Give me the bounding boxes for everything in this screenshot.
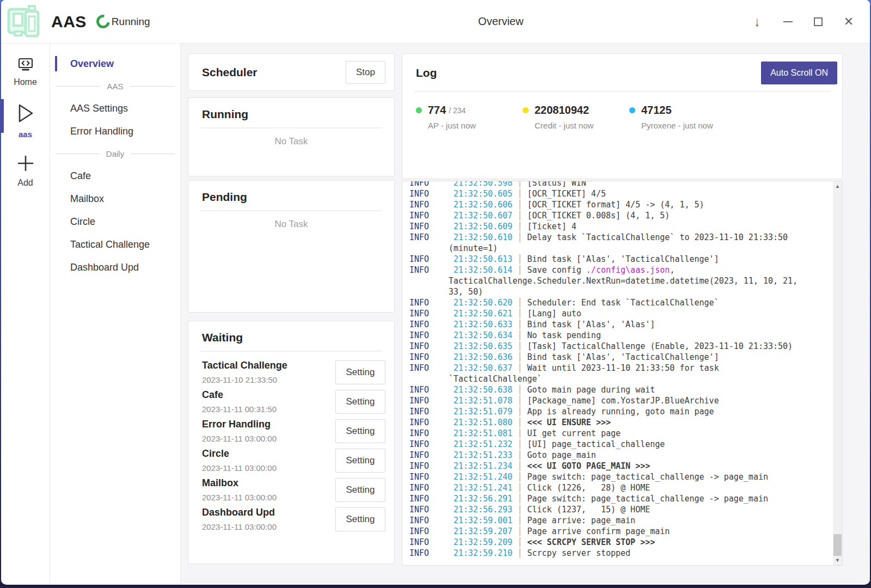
waiting-task-next-run: 2023-11-11 03:00:00	[202, 434, 277, 443]
log-entry: INFO21:32:50.605 │ [OCR_TICKET] 4/5	[409, 188, 816, 199]
log-separator: │	[512, 254, 527, 264]
maximize-button[interactable]	[809, 13, 827, 31]
stat-label: Pyroxene - just now	[641, 121, 736, 130]
waiting-task-next-run: 2023-11-11 00:31:50	[202, 405, 277, 414]
log-level: INFO	[409, 297, 453, 308]
log-level: INFO	[409, 461, 453, 471]
log-message: UI get current page	[527, 428, 621, 438]
sidebar-item-mailbox[interactable]: Mailbox	[50, 187, 180, 210]
log-entry: INFO21:32:50.614 │ Save config ./config\…	[409, 265, 816, 297]
waiting-task-row: Tactical Challenge2023-11-10 21:33:50Set…	[202, 360, 385, 384]
log-entry: INFO21:32:51.240 │ Page switch: page_tac…	[409, 471, 816, 482]
log-time: 21:32:56.293	[453, 505, 512, 514]
close-button[interactable]: ✕	[839, 13, 858, 31]
log-separator: │	[512, 341, 527, 351]
setting-button[interactable]: Setting	[335, 390, 385, 414]
log-level: INFO	[409, 341, 453, 352]
log-time: 21:32:51.080	[453, 418, 512, 427]
log-level: INFO	[409, 417, 453, 428]
running-card: Running No Task	[188, 97, 395, 176]
log-time: 21:32:51.232	[453, 439, 512, 449]
log-message: Bind task ['Alas', 'TacticalChallenge']	[527, 352, 719, 362]
log-separator: │	[512, 428, 527, 438]
log-separator: │	[512, 309, 527, 318]
log-message: Save config	[527, 265, 586, 275]
waiting-task-row: Circle2023-11-11 03:00:00Setting	[202, 448, 385, 473]
scroll-up-icon[interactable]: ▲	[833, 182, 842, 191]
rail-item-home[interactable]: Home	[1, 53, 50, 94]
pending-card: Pending No Task	[188, 180, 395, 313]
maximize-icon	[814, 17, 823, 26]
log-time: 21:32:51.234	[453, 461, 512, 471]
sidebar-item-aas-settings[interactable]: AAS Settings	[50, 97, 180, 120]
log-entry: INFO21:32:51.078 │ [Package_name] com.Yo…	[409, 395, 816, 406]
sidebar-item-circle[interactable]: Circle	[50, 210, 180, 233]
nav-rail: HomeaasAdd	[1, 44, 50, 584]
stat-item: 774/ 234AP - just now	[416, 104, 523, 130]
log-time: 21:32:59.001	[453, 516, 512, 525]
log-message: <<< SCRCPY SERVER STOP >>>	[527, 537, 655, 547]
auto-scroll-button[interactable]: Auto Scroll ON	[761, 62, 837, 84]
log-time: 21:32:50.635	[453, 341, 512, 351]
rail-item-aas[interactable]: aas	[1, 98, 50, 145]
log-level: INFO	[409, 308, 453, 319]
log-column: Log Auto Scroll ON 774/ 234AP - just now…	[402, 53, 843, 584]
log-level: INFO	[409, 537, 453, 548]
sidebar-item-dashboard-upd[interactable]: Dashboard Upd	[50, 256, 180, 279]
scroll-down-icon[interactable]: ▼	[833, 556, 842, 565]
log-separator: │	[512, 526, 527, 536]
play-icon	[16, 102, 35, 126]
log-separator: │	[512, 363, 527, 373]
section-label: AAS	[107, 82, 124, 91]
log-separator: │	[512, 232, 527, 242]
scrollbar-thumb[interactable]	[833, 534, 842, 556]
log-console[interactable]: INFO21:32:50.598 │ [Status] WININFO21:32…	[402, 181, 843, 566]
log-level: INFO	[409, 188, 453, 199]
log-time: 21:32:50.610	[453, 232, 512, 242]
setting-button[interactable]: Setting	[335, 478, 385, 502]
dropdown-arrow-button[interactable]: ↓	[748, 13, 766, 31]
minimize-button[interactable]	[778, 13, 797, 31]
log-time: 21:32:50.613	[453, 254, 512, 264]
sidebar-item-error-handling[interactable]: Error Handling	[50, 120, 180, 143]
sidebar-item-cafe[interactable]: Cafe	[50, 164, 180, 187]
titlebar: AAS Running Overview ↓ ✕	[1, 0, 870, 44]
log-message: Bind task ['Alas', 'TacticalChallenge']	[527, 254, 719, 264]
waiting-task-name: Cafe	[202, 389, 277, 401]
log-entry: INFO21:32:50.621 │ [Lang] auto	[409, 308, 816, 319]
log-time: 21:32:50.607	[453, 211, 512, 220]
close-icon: ✕	[844, 15, 854, 29]
log-message: Scrcpy server stopped	[527, 548, 630, 558]
stat-top: 220810942	[523, 104, 629, 117]
waiting-task-next-run: 2023-11-11 03:00:00	[202, 522, 277, 531]
log-entry: INFO21:32:50.634 │ No task pending	[409, 330, 816, 341]
log-scrollbar[interactable]: ▲ ▼	[833, 181, 842, 565]
rail-item-add[interactable]: Add	[1, 150, 50, 194]
sidebar-item-tactical-challenge[interactable]: Tactical Challenge	[50, 233, 180, 256]
setting-button[interactable]: Setting	[335, 449, 385, 473]
waiting-task-name: Dashboard Upd	[202, 507, 277, 518]
sidebar-item-overview[interactable]: Overview	[50, 52, 180, 75]
log-entry: INFO21:32:50.638 │ Goto main page during…	[409, 384, 816, 395]
app-name: AAS	[51, 13, 87, 31]
log-level: INFO	[409, 384, 453, 395]
app-window: AAS Running Overview ↓ ✕ HomeaasAdd Over…	[1, 0, 870, 585]
setting-button[interactable]: Setting	[335, 360, 385, 384]
divider-line	[56, 154, 100, 154]
log-separator: │	[512, 407, 527, 416]
stop-button[interactable]: Stop	[346, 61, 385, 84]
stat-item: 220810942Credit - just now	[523, 104, 629, 130]
waiting-task-info: Cafe2023-11-11 00:31:50	[202, 389, 277, 414]
stat-top: 47125	[629, 104, 736, 117]
log-entry: INFO21:32:51.080 │ <<< UI ENSURE >>>	[409, 417, 816, 428]
page-title: Overview	[478, 15, 523, 28]
setting-button[interactable]: Setting	[335, 419, 385, 443]
waiting-task-info: Tactical Challenge2023-11-10 21:33:50	[202, 360, 287, 384]
log-level: INFO	[409, 363, 453, 373]
setting-button[interactable]: Setting	[335, 507, 385, 531]
stat-dot-icon	[416, 107, 422, 113]
log-entry: INFO21:32:50.633 │ Bind task ['Alas', 'A…	[409, 319, 816, 330]
log-level: INFO	[409, 395, 453, 406]
log-level: INFO	[409, 482, 453, 493]
log-level: INFO	[409, 515, 453, 526]
